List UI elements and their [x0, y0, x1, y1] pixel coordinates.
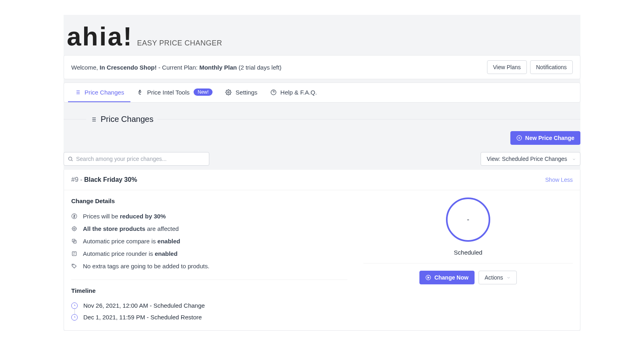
- dollar-icon: [71, 213, 77, 219]
- change-now-button[interactable]: Change Now: [419, 271, 475, 284]
- timeline-text: Dec 1, 2021, 11:59 PM - Scheduled Restor…: [83, 314, 202, 321]
- timeline-item: Nov 26, 2021, 12:00 AM - Scheduled Chang…: [71, 300, 347, 311]
- main-tabs: Price Changes Price Intel Tools New! Set…: [64, 82, 580, 103]
- new-price-change-button[interactable]: New Price Change: [510, 131, 580, 145]
- target-icon: [71, 226, 77, 232]
- fire-icon: [137, 89, 143, 95]
- tab-price-changes[interactable]: Price Changes: [68, 83, 130, 102]
- brand-tagline: EASY PRICE CHANGER: [137, 39, 222, 47]
- card-id: #9 -: [71, 176, 84, 183]
- round-icon: [71, 251, 77, 257]
- view-filter-select[interactable]: View: Scheduled Price Changes: [481, 152, 580, 166]
- timeline-list: Nov 26, 2021, 12:00 AM - Scheduled Chang…: [71, 300, 347, 323]
- progress-indicator: -: [446, 197, 490, 242]
- svg-point-6: [228, 91, 229, 93]
- detail-scope: All the store products are affected: [71, 222, 347, 235]
- detail-price-reduction: Prices will be reduced by 30%: [71, 210, 347, 222]
- tab-price-intel[interactable]: Price Intel Tools New!: [130, 83, 219, 102]
- notifications-label: Notifications: [536, 64, 567, 70]
- svg-point-18: [68, 157, 72, 160]
- tab-help-label: Help & F.A.Q.: [281, 89, 317, 96]
- brand-header: ahia! EASY PRICE CHANGER: [64, 15, 580, 55]
- play-circle-icon: [425, 275, 431, 280]
- status-label: Scheduled: [454, 249, 483, 256]
- actions-dropdown-button[interactable]: Actions: [479, 271, 517, 284]
- plan-name: Monthly Plan: [199, 64, 237, 71]
- svg-line-19: [72, 160, 73, 161]
- new-price-change-label: New Price Change: [525, 135, 574, 141]
- tab-settings-label: Settings: [235, 89, 257, 96]
- plus-circle-icon: [516, 135, 522, 141]
- trial-days: (2 trial days left): [237, 64, 281, 71]
- svg-point-22: [74, 228, 75, 230]
- welcome-text: Welcome, In Crescendo Shop! - Current Pl…: [71, 64, 281, 71]
- actions-label: Actions: [485, 274, 503, 281]
- help-icon: [270, 89, 277, 95]
- progress-value: -: [467, 216, 469, 224]
- copy-icon: [71, 238, 77, 244]
- view-filter-label: View: Scheduled Price Changes: [487, 156, 567, 162]
- timeline-item: Dec 1, 2021, 11:59 PM - Scheduled Restor…: [71, 311, 347, 323]
- price-change-card: #9 - Black Friday 30% Show Less Change D…: [64, 170, 580, 331]
- svg-marker-34: [428, 277, 429, 279]
- tab-settings[interactable]: Settings: [219, 83, 264, 102]
- gear-icon: [225, 89, 231, 95]
- change-details-list: Prices will be reduced by 30% All the st…: [71, 210, 347, 272]
- section-header: Price Changes: [64, 115, 580, 124]
- show-less-link[interactable]: Show Less: [545, 177, 573, 183]
- clock-icon: [71, 314, 78, 321]
- brand-logo: ahia!: [67, 24, 133, 49]
- welcome-bar: Welcome, In Crescendo Shop! - Current Pl…: [64, 55, 580, 79]
- welcome-prefix: Welcome,: [71, 64, 100, 71]
- tab-price-changes-label: Price Changes: [85, 89, 124, 96]
- svg-point-32: [73, 265, 73, 265]
- section-title: Price Changes: [101, 115, 153, 124]
- tag-icon: [71, 263, 77, 269]
- list-icon: [90, 116, 97, 123]
- clock-icon: [71, 302, 78, 309]
- svg-point-21: [72, 227, 76, 231]
- timeline-heading: Timeline: [71, 287, 347, 294]
- notifications-button[interactable]: Notifications: [530, 60, 573, 74]
- change-now-label: Change Now: [434, 274, 469, 281]
- timeline-text: Nov 26, 2021, 12:00 AM - Scheduled Chang…: [83, 302, 205, 309]
- tab-help[interactable]: Help & F.A.Q.: [264, 83, 324, 102]
- chevron-down-icon: [506, 276, 511, 280]
- detail-compare: Automatic price compare is enabled: [71, 235, 347, 247]
- view-plans-button[interactable]: View Plans: [487, 60, 527, 74]
- change-details-heading: Change Details: [71, 197, 347, 204]
- view-plans-label: View Plans: [493, 64, 521, 70]
- search-input[interactable]: [64, 152, 209, 166]
- chevron-down-icon: [572, 157, 576, 161]
- shop-name: In Crescendo Shop!: [100, 64, 157, 71]
- plan-prefix: - Current Plan:: [157, 64, 199, 71]
- svg-rect-29: [72, 252, 76, 256]
- search-icon: [68, 156, 73, 162]
- detail-tags: No extra tags are going to be added to p…: [71, 260, 347, 272]
- list-icon: [74, 89, 80, 95]
- detail-rounder: Automatic price rounder is enabled: [71, 247, 347, 260]
- card-name: Black Friday 30%: [84, 176, 137, 183]
- new-badge: New!: [194, 88, 213, 96]
- card-title: #9 - Black Friday 30%: [71, 176, 137, 183]
- tab-price-intel-label: Price Intel Tools: [147, 89, 190, 96]
